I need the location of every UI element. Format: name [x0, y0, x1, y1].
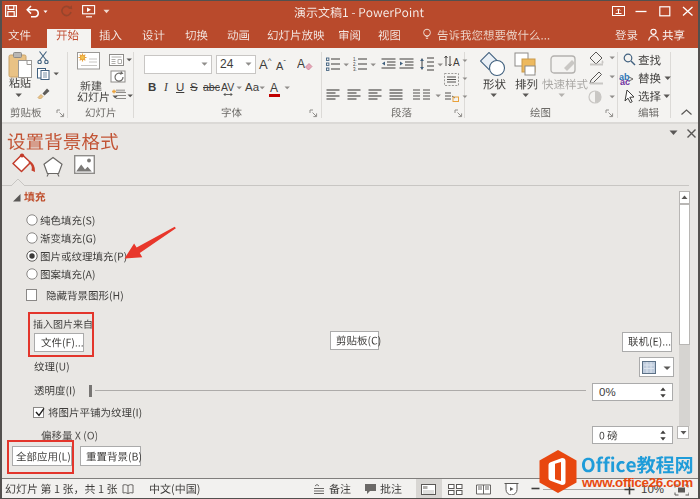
- svg-text:A: A: [297, 57, 305, 71]
- svg-text:A: A: [453, 57, 460, 68]
- svg-text:ac: ac: [620, 77, 630, 85]
- svg-text:3.: 3.: [353, 67, 357, 72]
